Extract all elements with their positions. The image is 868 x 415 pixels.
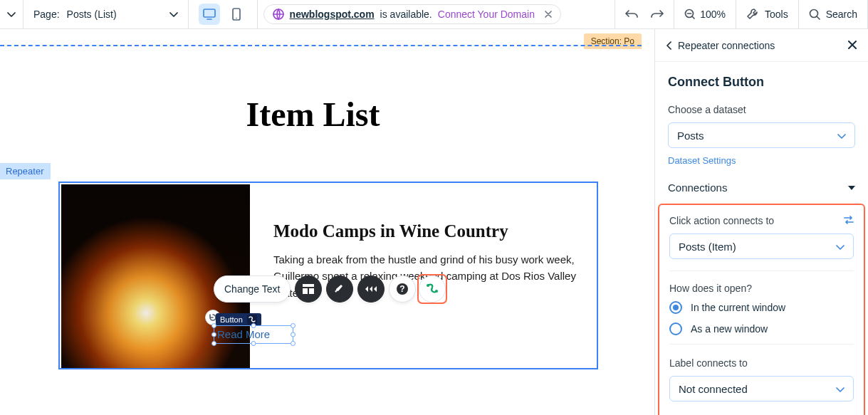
panel-title: Connect Button [668,75,855,90]
svg-point-11 [427,284,429,287]
label-connects-label: Label connects to [669,357,854,369]
change-text-button[interactable]: Change Text [214,275,291,303]
dataset-settings-link[interactable]: Dataset Settings [668,155,736,166]
desktop-icon [203,9,216,20]
section-tag[interactable]: Section: Po [584,33,642,49]
domain-hostname: newblogspot.com [290,9,375,20]
undo-icon [625,9,638,20]
open-current-label: In the current window [691,302,785,313]
panel-header: Repeater connections [655,29,868,62]
redo-icon [651,9,664,20]
help-button[interactable]: ? [389,275,416,303]
open-mode-label: How does it open? [669,283,854,294]
radio-checked-icon [669,301,682,314]
resize-handle[interactable] [291,332,296,337]
resize-handle[interactable] [251,323,256,328]
page-value: Posts (List) [67,9,117,20]
resize-handle[interactable] [251,341,256,346]
label-connects-select[interactable]: Not connected [669,376,854,401]
device-mobile-button[interactable] [226,4,247,25]
chevron-left-icon [666,41,672,50]
redo-button[interactable] [651,9,664,20]
tools-button[interactable]: Tools [736,0,799,28]
label-connects-value: Not connected [679,383,748,395]
domain-availability: is available. [380,9,432,20]
connections-heading: Connections [668,182,727,194]
element-toolbar: Change Text ? [214,275,447,303]
chevron-down-icon [836,387,845,393]
search-label: Search [826,9,857,20]
connect-data-button[interactable] [419,275,446,303]
search-icon [809,9,820,20]
connect-panel: Repeater connections Connect Button Choo… [654,29,868,415]
read-more-button[interactable]: Read More [214,325,293,344]
svg-rect-8 [309,288,314,294]
open-new-window-option[interactable]: As a new window [669,322,854,335]
swap-icon[interactable] [844,215,854,226]
device-desktop-button[interactable] [199,4,220,25]
panel-close-button[interactable] [848,40,857,51]
globe-icon [273,9,284,20]
page-heading[interactable]: Item List [0,95,626,134]
divider [669,270,854,271]
design-button[interactable] [326,275,353,303]
brush-icon [335,284,345,294]
repeater-tag[interactable]: Repeater [0,163,51,179]
resize-handle[interactable] [211,341,216,346]
svg-rect-7 [303,288,308,294]
open-current-window-option[interactable]: In the current window [669,301,854,314]
panel-back-label: Repeater connections [678,40,775,51]
page-label: Page: [33,9,60,20]
dataset-select[interactable]: Posts [668,122,855,148]
connect-data-highlight [417,274,447,304]
resize-handle[interactable] [211,323,216,328]
resize-handle[interactable] [291,341,296,346]
animation-button[interactable] [357,275,385,303]
undo-redo-group [615,0,674,28]
connect-domain-link[interactable]: Connect Your Domain [438,9,535,20]
radio-unchecked-icon [669,322,682,335]
connections-section-header[interactable]: Connections [668,182,855,194]
divider [669,344,854,345]
choose-dataset-label: Choose a dataset [668,104,855,115]
zoom-value: 100% [700,9,726,20]
svg-rect-6 [303,284,314,287]
topbar-caret-cell[interactable] [0,0,23,28]
chevron-down-icon [836,245,845,251]
card-title[interactable]: Modo Camps in Wine Country [273,221,582,241]
panel-back-button[interactable]: Repeater connections [666,40,775,51]
undo-button[interactable] [625,9,638,20]
resize-handle[interactable] [291,323,296,328]
chevron-down-icon [7,12,16,17]
domain-status-pill[interactable]: newblogspot.com is available. Connect Yo… [263,4,561,24]
device-switch [189,0,258,28]
close-icon [848,41,857,49]
search-button[interactable]: Search [799,0,868,28]
svg-point-12 [435,290,438,293]
help-icon: ? [396,283,409,295]
chevron-down-icon [837,134,846,140]
topbar-spacer [567,0,615,28]
section-boundary [0,45,642,46]
read-more-text: Read More [217,328,270,340]
tools-icon [746,8,759,21]
page-selector[interactable]: Page: Posts (List) [23,0,189,28]
click-action-select[interactable]: Posts (Item) [669,233,854,259]
dataset-select-value: Posts [677,130,704,142]
chevron-down-icon [169,12,178,17]
connect-data-icon [426,283,439,295]
topbar: Page: Posts (List) newblogspot.com is av… [0,0,868,29]
zoom-control[interactable]: 100% [674,0,736,28]
element-type-label: Button [220,315,243,324]
caret-down-icon [848,186,855,190]
editor-canvas[interactable]: Section: Po Item List Repeater Modo Camp… [0,29,654,415]
resize-handle[interactable] [211,332,216,337]
mobile-icon [232,8,241,21]
layout-button[interactable] [295,275,322,303]
layout-icon [303,284,314,294]
click-action-section: Click action connects to Posts (Item) Ho… [658,204,865,415]
svg-text:?: ? [400,284,405,294]
close-icon[interactable] [545,11,552,18]
click-action-value: Posts (Item) [679,241,736,253]
svg-point-2 [236,18,237,19]
